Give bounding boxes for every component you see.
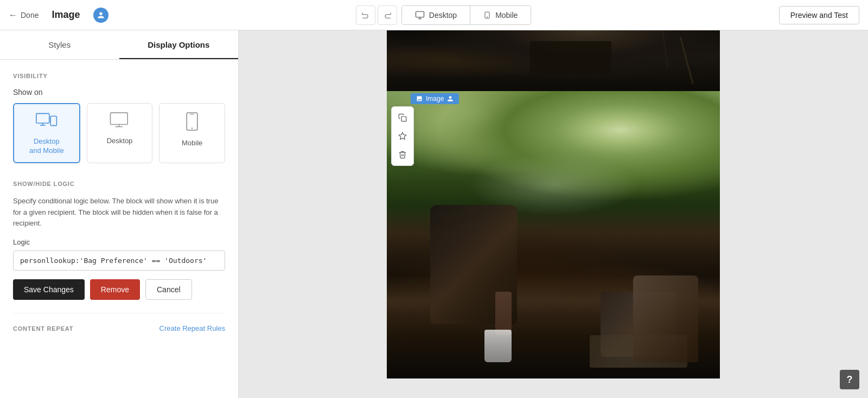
mobile-only-label: Mobile [182, 139, 202, 148]
svg-rect-16 [401, 117, 406, 121]
favorite-button[interactable] [394, 127, 411, 145]
preview-label: Preview and Test [790, 11, 848, 20]
svg-point-4 [487, 16, 488, 17]
top-bar: ← Done Image Desktop Mobile [0, 0, 868, 30]
show-on-label: Show on [13, 88, 225, 97]
visibility-card-mobile[interactable]: Mobile [159, 103, 225, 163]
done-label: Done [21, 11, 39, 20]
logic-description: Specify conditional logic below. The blo… [13, 196, 225, 229]
desktop-view-button[interactable]: Desktop [402, 6, 470, 24]
svg-point-14 [192, 127, 193, 129]
float-toolbar [391, 106, 414, 166]
logic-input-label: Logic [13, 238, 225, 246]
canvas-area: Image [239, 30, 868, 398]
svg-rect-5 [36, 113, 49, 123]
svg-rect-0 [416, 11, 424, 17]
visibility-card-desktop[interactable]: Desktop [87, 103, 153, 163]
redo-button[interactable] [378, 5, 397, 25]
mobile-label: Mobile [495, 11, 518, 20]
logic-section-label: SHOW/HIDE LOGIC [13, 181, 225, 187]
visibility-card-desktop-mobile[interactable]: Desktopand Mobile [13, 103, 80, 163]
left-panel: Styles Display Options VISIBILITY Show o… [0, 30, 239, 398]
desktop-label: Desktop [429, 11, 457, 20]
desktop-icon [109, 112, 131, 132]
svg-marker-17 [399, 132, 406, 139]
desktop-mobile-icon [36, 113, 58, 133]
top-bar-left: ← Done Image [9, 8, 108, 23]
create-repeat-rules-link[interactable]: Create Repeat Rules [159, 324, 225, 332]
tab-bar: Styles Display Options [0, 30, 238, 60]
duplicate-button[interactable] [394, 109, 411, 126]
tab-display-options[interactable]: Display Options [119, 30, 239, 59]
image-top-preview [387, 30, 720, 91]
preview-and-test-button[interactable]: Preview and Test [779, 6, 859, 24]
content-repeat-row: CONTENT REPEAT Create Repeat Rules [13, 313, 225, 332]
panel-content: VISIBILITY Show on Desktopand Mobile [0, 60, 238, 398]
logic-section: SHOW/HIDE LOGIC Specify conditional logi… [13, 181, 225, 300]
svg-rect-10 [110, 113, 127, 125]
undo-button[interactable] [356, 5, 375, 25]
delete-button[interactable] [394, 146, 411, 163]
help-button[interactable]: ? [840, 370, 859, 389]
top-bar-center: Desktop Mobile [356, 5, 532, 25]
view-toggle: Desktop Mobile [401, 5, 532, 25]
desktop-only-label: Desktop [107, 137, 133, 146]
image-label-tag[interactable]: Image [411, 93, 459, 104]
desktop-mobile-label: Desktopand Mobile [29, 137, 64, 156]
back-arrow-icon: ← [9, 10, 17, 20]
undo-redo-group [356, 5, 397, 25]
svg-rect-8 [50, 116, 56, 126]
save-changes-button[interactable]: Save Changes [13, 279, 85, 300]
image-tag-label: Image [426, 95, 444, 102]
content-repeat-label: CONTENT REPEAT [13, 325, 73, 332]
visibility-cards: Desktopand Mobile Desktop [13, 103, 225, 163]
tab-styles[interactable]: Styles [0, 30, 119, 59]
main-layout: Styles Display Options VISIBILITY Show o… [0, 30, 868, 398]
image-main-preview [387, 91, 720, 378]
action-buttons: Save Changes Remove Cancel [13, 279, 225, 300]
visibility-section-label: VISIBILITY [13, 73, 225, 79]
logic-input-field[interactable] [13, 251, 225, 271]
page-title: Image [52, 9, 80, 21]
canvas-wrapper: Image [387, 30, 720, 378]
remove-button[interactable]: Remove [90, 279, 140, 300]
mobile-icon [186, 112, 198, 134]
avatar[interactable] [93, 8, 108, 23]
mobile-view-button[interactable]: Mobile [470, 6, 531, 24]
done-button[interactable]: ← Done [9, 10, 39, 20]
cancel-button[interactable]: Cancel [145, 279, 192, 300]
